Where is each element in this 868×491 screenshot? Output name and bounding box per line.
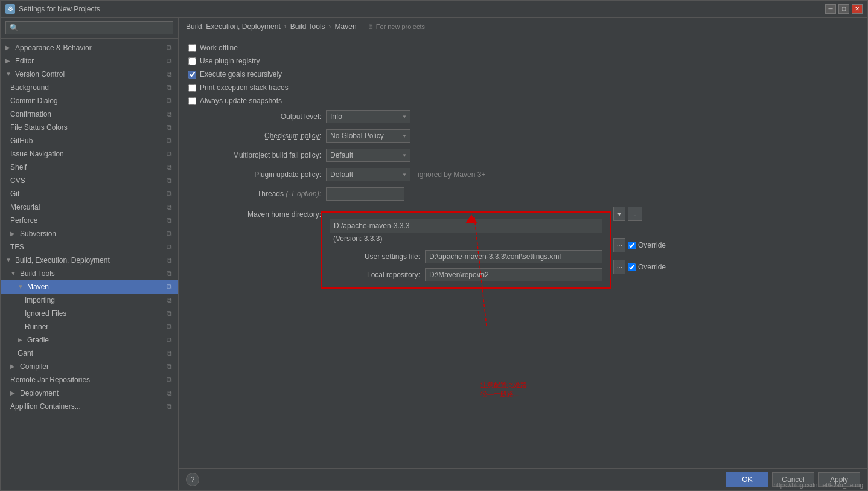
- copy-icon: ⧉: [165, 323, 173, 331]
- maven-home-label: Maven home directory:: [188, 207, 321, 219]
- copy-icon: ⧉: [165, 190, 173, 198]
- user-settings-label: User settings file:: [330, 252, 420, 261]
- search-input[interactable]: [5, 21, 173, 34]
- checksum-policy-select[interactable]: No Global Policy Warn Fail: [326, 129, 410, 143]
- triangle-icon: [5, 57, 13, 65]
- sidebar-item-remote-jar[interactable]: Remote Jar Repositories ⧉: [1, 373, 178, 387]
- user-settings-override-row: ⋯ Override: [613, 238, 666, 252]
- sidebar-item-compiler[interactable]: Compiler ⧉: [1, 360, 178, 373]
- sidebar-item-gradle[interactable]: Gradle ⧉: [1, 333, 178, 347]
- sidebar-item-runner[interactable]: Runner ⧉: [1, 320, 178, 333]
- sidebar-item-confirmation[interactable]: Confirmation ⧉: [1, 108, 178, 121]
- sidebar-item-file-status-colors[interactable]: File Status Colors ⧉: [1, 121, 178, 134]
- minimize-button[interactable]: ─: [825, 4, 836, 14]
- maven-dropdown-button[interactable]: ▼: [613, 207, 625, 221]
- sidebar-item-build-tools[interactable]: Build Tools ⧉: [1, 267, 178, 280]
- copy-icon: ⧉: [165, 136, 173, 145]
- sidebar-item-tfs[interactable]: TFS ⧉: [1, 240, 178, 254]
- sidebar-item-deployment[interactable]: Deployment ⧉: [1, 387, 178, 400]
- sidebar-item-label: Compiler: [20, 362, 49, 371]
- sidebar-item-maven[interactable]: Maven ⧉: [1, 280, 178, 294]
- sidebar-item-label: Git: [10, 190, 19, 198]
- user-settings-browse-button[interactable]: ⋯: [613, 238, 625, 252]
- copy-icon: ⧉: [165, 243, 173, 251]
- sidebar-item-git[interactable]: Git ⧉: [1, 187, 178, 201]
- print-exception-checkbox[interactable]: [188, 84, 196, 92]
- sidebar-item-importing[interactable]: Importing ⧉: [1, 294, 178, 307]
- sidebar-item-ignored-files[interactable]: Ignored Files ⧉: [1, 307, 178, 320]
- bottom-left: ?: [186, 473, 199, 486]
- triangle-icon: [10, 390, 18, 397]
- copy-icon: ⧉: [165, 362, 173, 371]
- apply-button[interactable]: Apply: [818, 472, 860, 487]
- close-button[interactable]: ✕: [852, 4, 863, 14]
- title-bar: ⚙ Settings for New Projects ─ □ ✕: [1, 1, 867, 18]
- user-settings-override-label: Override: [638, 241, 666, 249]
- sidebar-item-label: Runner: [25, 323, 48, 331]
- local-repo-override-checkbox[interactable]: [628, 263, 636, 271]
- use-plugin-registry-checkbox[interactable]: [188, 57, 196, 65]
- user-settings-override-checkbox[interactable]: [628, 242, 636, 249]
- copy-icon: ⧉: [165, 83, 173, 92]
- copy-icon: ⧉: [165, 203, 173, 211]
- app-icon: ⚙: [5, 4, 15, 14]
- plugin-update-select[interactable]: Default Always Never: [326, 168, 410, 181]
- always-update-label: Always update snapshots: [200, 97, 282, 105]
- sidebar-item-commit-dialog[interactable]: Commit Dialog ⧉: [1, 94, 178, 108]
- sidebar-item-version-control[interactable]: Version Control ⧉: [1, 68, 178, 81]
- sidebar-item-background[interactable]: Background ⧉: [1, 81, 178, 94]
- work-offline-checkbox[interactable]: [188, 44, 196, 52]
- multiproject-fail-label: Multiproject build fail policy:: [188, 151, 321, 159]
- threads-input[interactable]: [326, 187, 404, 201]
- breadcrumb-part2: Build Tools: [290, 22, 325, 31]
- checkbox-plugin-registry-row: Use plugin registry: [188, 57, 858, 65]
- breadcrumb-part1: Build, Execution, Deployment: [186, 22, 281, 31]
- ok-button[interactable]: OK: [726, 472, 768, 487]
- triangle-icon: [18, 283, 25, 290]
- sidebar-item-issue-navigation[interactable]: Issue Navigation ⧉: [1, 147, 178, 161]
- sidebar-item-label: Gant: [18, 349, 33, 358]
- sidebar-item-label: Build, Execution, Deployment: [15, 256, 110, 265]
- multiproject-fail-select[interactable]: Default At end Never: [326, 149, 410, 162]
- breadcrumb: Build, Execution, Deployment › Build Too…: [179, 18, 867, 36]
- use-plugin-registry-label: Use plugin registry: [200, 57, 260, 65]
- local-repo-input[interactable]: [425, 268, 602, 281]
- copy-icon: ⧉: [165, 376, 173, 384]
- user-settings-input[interactable]: [425, 250, 602, 263]
- multiproject-fail-row: Multiproject build fail policy: Default …: [188, 149, 858, 162]
- sidebar-item-build-execution[interactable]: Build, Execution, Deployment ⧉: [1, 254, 178, 267]
- sidebar-item-cvs[interactable]: CVS ⧉: [1, 174, 178, 187]
- sidebar-item-label: GitHub: [10, 136, 33, 145]
- execute-goals-checkbox[interactable]: [188, 71, 196, 79]
- sidebar-item-label: Mercurial: [10, 203, 40, 211]
- copy-icon: ⧉: [165, 216, 173, 225]
- sidebar-item-subversion[interactable]: Subversion ⧉: [1, 227, 178, 240]
- sidebar-item-label: Deployment: [20, 389, 59, 397]
- sidebar-item-shelf[interactable]: Shelf ⧉: [1, 161, 178, 174]
- copy-icon: ⧉: [165, 349, 173, 358]
- sidebar-item-perforce[interactable]: Perforce ⧉: [1, 214, 178, 227]
- window-controls: ─ □ ✕: [825, 4, 863, 14]
- search-box: [1, 18, 178, 39]
- breadcrumb-note: 🗎 For new projects: [368, 23, 425, 30]
- threads-label: Threads (-T option):: [188, 190, 321, 198]
- copy-icon: ⧉: [165, 97, 173, 105]
- always-update-checkbox[interactable]: [188, 97, 196, 105]
- copy-icon: ⧉: [165, 57, 173, 65]
- sidebar-item-appearance[interactable]: Appearance & Behavior ⧉: [1, 41, 178, 54]
- sidebar-item-appillion[interactable]: Appillion Containers... ⧉: [1, 400, 178, 413]
- output-level-select[interactable]: Info Debug Quiet: [326, 110, 410, 123]
- sidebar-item-gant[interactable]: Gant ⧉: [1, 347, 178, 360]
- sidebar-item-mercurial[interactable]: Mercurial ⧉: [1, 201, 178, 214]
- copy-icon: ⧉: [165, 389, 173, 397]
- local-repo-browse-button[interactable]: ⋯: [613, 260, 625, 274]
- sidebar-item-github[interactable]: GitHub ⧉: [1, 134, 178, 147]
- help-button[interactable]: ?: [186, 473, 199, 486]
- cancel-button[interactable]: Cancel: [772, 472, 814, 487]
- nav-tree: Appearance & Behavior ⧉ Editor ⧉ Version…: [1, 39, 178, 490]
- maximize-button[interactable]: □: [838, 4, 849, 14]
- plugin-update-label: Plugin update policy:: [188, 170, 321, 179]
- sidebar-item-editor[interactable]: Editor ⧉: [1, 54, 178, 68]
- maven-browse-button[interactable]: …: [628, 207, 642, 221]
- maven-home-input[interactable]: [330, 219, 602, 233]
